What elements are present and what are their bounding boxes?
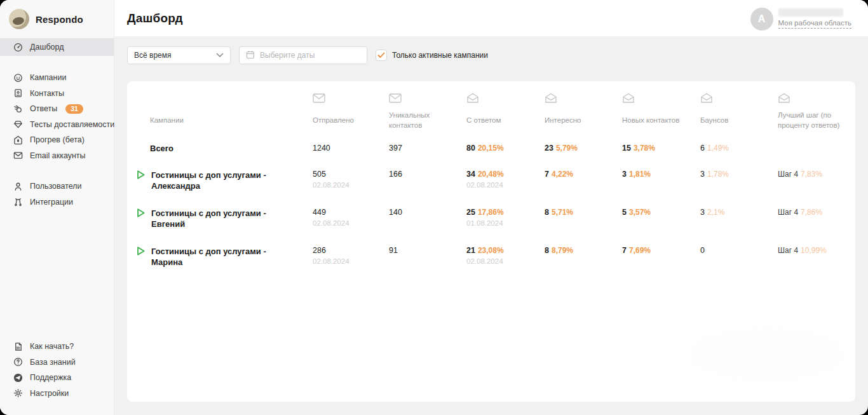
sidebar-item-label: Email аккаунты (30, 151, 86, 160)
sidebar-item-integrations[interactable]: Интеграции (0, 194, 114, 210)
column-header-replied: С ответом (466, 93, 545, 131)
totals-bounces: 61,49% (700, 131, 778, 153)
telegram-icon (13, 372, 23, 383)
pdf-doc-icon (13, 341, 23, 351)
column-header-interested: Интересно (545, 93, 622, 131)
totals-sent: 1240 (313, 131, 389, 153)
bounces-cell: 0 (700, 229, 778, 255)
replied-cell: 3420,48%02.08.2024 (466, 153, 545, 189)
envelope-icon (13, 151, 23, 161)
closed-envelope-icon (313, 93, 389, 109)
sidebar-item-campaigns[interactable]: Кампании (0, 70, 114, 86)
gear-icon (13, 388, 23, 398)
bounces-cell: 32,1% (700, 191, 778, 217)
open-envelope-icon (622, 93, 700, 109)
calendar-icon (246, 50, 255, 61)
sent-cell: 50502.08.2024 (313, 153, 389, 189)
column-header-best-step: Лучший шаг (по проценту ответов) (778, 93, 848, 131)
column-header-campaigns: Кампании (135, 93, 313, 131)
replied-cell: 2123,08%02.08.2024 (466, 229, 545, 265)
date-range-input[interactable]: Выберите даты (239, 46, 367, 64)
sidebar-item-label: Пользователи (30, 182, 82, 191)
topbar: Дашборд A Моя рабочая область (114, 0, 868, 36)
brand-logo[interactable]: Respondo (0, 0, 114, 38)
account-menu[interactable]: A Моя рабочая область (750, 6, 851, 31)
checkbox-label: Только активные кампании (392, 51, 488, 60)
active-campaigns-filter[interactable]: Только активные кампании (376, 50, 488, 61)
sidebar-item-label: Тесты доставляемости (30, 120, 114, 129)
campaign-name[interactable]: Гостиницы с доп услугами - Александра (151, 170, 282, 191)
totals-unique: 397 (389, 131, 466, 153)
column-header-unique-contacts: Уникальных контактов (389, 93, 466, 131)
column-header-new-contacts: Новых контактов (622, 93, 700, 131)
checkbox-checked-icon[interactable] (376, 50, 387, 61)
closed-envelope-icon (389, 93, 466, 109)
sidebar-item-settings[interactable]: Настройки (0, 386, 114, 402)
play-icon[interactable] (135, 207, 146, 219)
integrations-icon (13, 197, 23, 207)
main-area: Дашборд A Моя рабочая область Всё время (114, 0, 868, 415)
respondo-logo-icon (9, 9, 29, 29)
best-step-cell: Шаг 47,86% (778, 191, 848, 217)
sidebar-item-users[interactable]: Пользователи (0, 179, 114, 194)
campaign-name-cell[interactable]: Гостиницы с доп услугами - Евгений (135, 191, 313, 229)
interested-cell: 88,79% (545, 229, 622, 255)
unique-cell: 91 (389, 229, 466, 255)
campaign-name[interactable]: Гостиницы с доп услугами - Евгений (151, 208, 282, 229)
open-envelope-icon (545, 93, 622, 109)
sidebar-item-label: Дашборд (30, 43, 64, 51)
chevron-down-icon (216, 53, 224, 58)
user-icon (13, 181, 23, 191)
target-icon (13, 72, 23, 83)
new-contacts-cell: 53,57% (622, 191, 700, 217)
play-icon[interactable] (135, 245, 146, 257)
bounces-cell: 31,78% (700, 153, 778, 179)
workspace-switcher[interactable]: Моя рабочая область (778, 19, 851, 29)
sidebar-item-label: Как начать? (30, 342, 74, 351)
dashboard-content: Всё время Выберите даты Только активные (114, 36, 868, 415)
column-header-bounces: Лучший шаг (по проценту ответов)Баунсов (700, 93, 778, 131)
new-contacts-cell: 31,81% (622, 153, 700, 179)
sent-cell: 44902.08.2024 (313, 191, 389, 227)
diamond-icon (13, 119, 23, 130)
new-contacts-cell: 77,69% (622, 229, 700, 255)
period-select-value: Всё время (134, 51, 171, 60)
campaign-name-cell[interactable]: Гостиницы с доп услугами - Александра (135, 153, 313, 191)
campaign-name-cell[interactable]: Гостиницы с доп услугами - Марина (135, 229, 313, 268)
interested-cell: 74,22% (545, 153, 622, 179)
filters-bar: Всё время Выберите даты Только активные (127, 46, 855, 64)
best-step-cell: Шаг 47,83% (778, 153, 848, 179)
avatar[interactable]: A (750, 8, 773, 31)
sidebar-item-label: Кампании (30, 73, 66, 82)
sidebar-item-label: Поддержка (30, 373, 71, 382)
sidebar-item-how-to-start[interactable]: Как начать? (0, 339, 114, 355)
totals-best-step (778, 131, 848, 144)
play-icon[interactable] (135, 169, 146, 180)
campaign-name[interactable]: Гостиницы с доп услугами - Марина (151, 246, 282, 268)
totals-interested: 235,79% (545, 131, 622, 153)
watermark-glow (684, 325, 849, 383)
sidebar-item-label: Прогрев (бета) (30, 135, 85, 144)
contact-card-icon (13, 88, 23, 99)
period-select[interactable]: Всё время (127, 46, 231, 64)
question-circle-icon (13, 357, 23, 367)
sidebar: Respondo Дашборд Кампании Контак (0, 0, 114, 415)
sidebar-item-warmup[interactable]: Прогрев (бета) (0, 132, 114, 148)
totals-new-contacts: 153,78% (622, 131, 700, 153)
open-envelope-icon (700, 93, 778, 109)
open-envelope-icon (466, 93, 545, 109)
sidebar-item-email-accounts[interactable]: Email аккаунты (0, 148, 114, 164)
sidebar-item-label: Настройки (30, 389, 69, 398)
sidebar-item-deliverability-tests[interactable]: Тесты доставляемости (0, 117, 114, 133)
sidebar-item-replies[interactable]: Ответы 31 (0, 101, 114, 117)
sidebar-item-knowledge-base[interactable]: База знаний (0, 355, 114, 371)
sidebar-item-contacts[interactable]: Контакты (0, 86, 114, 102)
sidebar-item-label: Интеграции (30, 198, 73, 207)
column-header-sent: Отправлено (313, 93, 389, 131)
page-title: Дашборд (127, 11, 183, 25)
sidebar-item-dashboard[interactable]: Дашборд (0, 38, 114, 56)
app-window: Respondo Дашборд Кампании Контак (0, 0, 868, 415)
brand-name: Respondo (36, 14, 83, 25)
gauge-icon (13, 42, 23, 52)
sidebar-item-support[interactable]: Поддержка (0, 370, 114, 386)
